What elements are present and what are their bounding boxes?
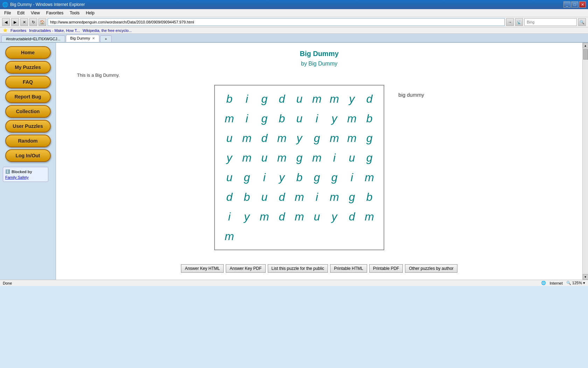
cell-2-3[interactable]: m [238,128,255,148]
cell-5-5[interactable]: d [220,187,238,207]
tab-close-button[interactable]: ✕ [92,36,95,40]
cell-0-1[interactable]: i [238,89,255,109]
cell-4-4[interactable]: u [220,168,238,187]
cell-1-2[interactable]: i [238,109,255,128]
cell-3-0[interactable]: m [326,128,343,148]
menu-view[interactable]: View [28,10,43,16]
cell-7-2[interactable]: m [290,207,308,226]
cell-7-6[interactable]: m [360,207,378,226]
go-button[interactable]: → [506,18,514,26]
cell-3-5[interactable]: u [255,148,273,168]
scroll-down-button[interactable]: ▼ [583,274,588,280]
close-button[interactable]: ✕ [579,1,586,8]
cell-6-1[interactable]: m [290,187,308,207]
cell-6-6[interactable]: i [220,207,238,226]
cell-3-2[interactable]: g [360,128,378,148]
fav-item-instructables[interactable]: Instructables - Make, How T... [29,28,80,33]
tab-inactive[interactable]: #instructableId=ELlT6XWGCJ... [1,35,65,42]
cell-0-7[interactable]: y [343,89,360,109]
forward-button[interactable]: ▶ [11,18,19,26]
cell-7-3[interactable]: u [308,207,326,226]
cell-6-0[interactable]: d [273,187,290,207]
cell-1-6[interactable]: i [308,109,326,128]
cell-7-0[interactable]: m [255,207,273,226]
cell-6-3[interactable]: m [326,187,343,207]
answer-key-html-button[interactable]: Answer Key HTML [181,264,224,273]
nav-my-puzzles-button[interactable]: My Puzzles [5,61,51,74]
nav-faq-button[interactable]: FAQ [5,76,51,88]
cell-2-0[interactable]: m [343,109,360,128]
search-input[interactable] [524,18,577,26]
family-safety-link[interactable]: Family Safety [5,175,29,179]
cell-4-0[interactable]: m [308,148,326,168]
search-button[interactable]: 🔍 [578,18,586,26]
cell-2-7[interactable]: g [308,128,326,148]
cell-0-6[interactable]: m [326,89,343,109]
scrollbar[interactable]: ▲ ▼ [582,43,588,280]
cell-2-6[interactable]: y [290,128,308,148]
cell-3-4[interactable]: m [238,148,255,168]
nav-user-puzzles-button[interactable]: User Puzzles [5,120,51,132]
printable-html-button[interactable]: Printable HTML [330,264,367,273]
cell-6-4[interactable]: g [343,187,360,207]
nav-login-button[interactable]: Log In/Out [5,149,51,162]
cell-4-2[interactable]: u [343,148,360,168]
cell-4-5[interactable]: g [238,168,255,187]
cell-2-2[interactable]: u [220,128,238,148]
cell-0-4[interactable]: u [290,89,308,109]
cell-7-7[interactable]: m [220,226,238,246]
menu-edit[interactable]: Edit [14,10,27,16]
menu-tools[interactable]: Tools [67,10,82,16]
fav-item-favorites[interactable]: Favorites [10,28,26,33]
cell-6-7[interactable]: y [238,207,255,226]
other-puzzles-button[interactable]: Other puzzles by author [405,264,457,273]
new-tab-button[interactable]: + [100,35,111,42]
cell-2-1[interactable]: b [360,109,378,128]
maximize-button[interactable]: □ [571,1,578,8]
cell-1-3[interactable]: g [255,109,273,128]
cell-1-1[interactable]: m [220,109,238,128]
menu-file[interactable]: File [1,10,14,16]
cell-1-7[interactable]: y [326,109,343,128]
cell-5-1[interactable]: g [308,168,326,187]
cell-6-2[interactable]: i [308,187,326,207]
nav-home-button[interactable]: Home [5,46,51,59]
cell-2-4[interactable]: d [255,128,273,148]
scroll-thumb[interactable] [583,49,588,60]
cell-1-4[interactable]: b [273,109,290,128]
nav-random-button[interactable]: Random [5,135,51,147]
cell-3-6[interactable]: m [273,148,290,168]
cell-5-4[interactable]: m [360,168,378,187]
cell-4-1[interactable]: i [326,148,343,168]
rss-button[interactable]: 📡 [515,18,523,26]
tab-active[interactable]: Big Dummy ✕ [66,35,100,42]
cell-7-5[interactable]: d [343,207,360,226]
scroll-up-button[interactable]: ▲ [583,43,588,48]
menu-help[interactable]: Help [83,10,97,16]
cell-3-1[interactable]: m [343,128,360,148]
home-nav-button[interactable]: 🏠 [38,18,46,26]
address-input[interactable] [48,18,505,26]
printable-pdf-button[interactable]: Printable PDF [369,264,403,273]
back-button[interactable]: ◀ [2,18,10,26]
stop-button[interactable]: ✕ [20,18,28,26]
list-puzzle-button[interactable]: List this puzzle for the public [268,264,328,273]
cell-5-3[interactable]: i [343,168,360,187]
cell-1-0[interactable]: d [360,89,378,109]
nav-collection-button[interactable]: Collection [5,105,51,118]
cell-4-3[interactable]: g [360,148,378,168]
cell-7-1[interactable]: d [273,207,290,226]
cell-4-7[interactable]: y [273,168,290,187]
cell-7-4[interactable]: y [326,207,343,226]
cell-6-5[interactable]: b [360,187,378,207]
cell-5-0[interactable]: b [290,168,308,187]
cell-3-7[interactable]: g [290,148,308,168]
cell-0-2[interactable]: g [255,89,273,109]
fav-item-wikipedia[interactable]: Wikipedia, the free encyclo... [83,28,132,33]
refresh-button[interactable]: ↻ [29,18,37,26]
cell-3-3[interactable]: y [220,148,238,168]
cell-2-5[interactable]: m [273,128,290,148]
cell-5-7[interactable]: u [255,187,273,207]
cell-4-6[interactable]: i [255,168,273,187]
menu-favorites[interactable]: Favorites [43,10,66,16]
